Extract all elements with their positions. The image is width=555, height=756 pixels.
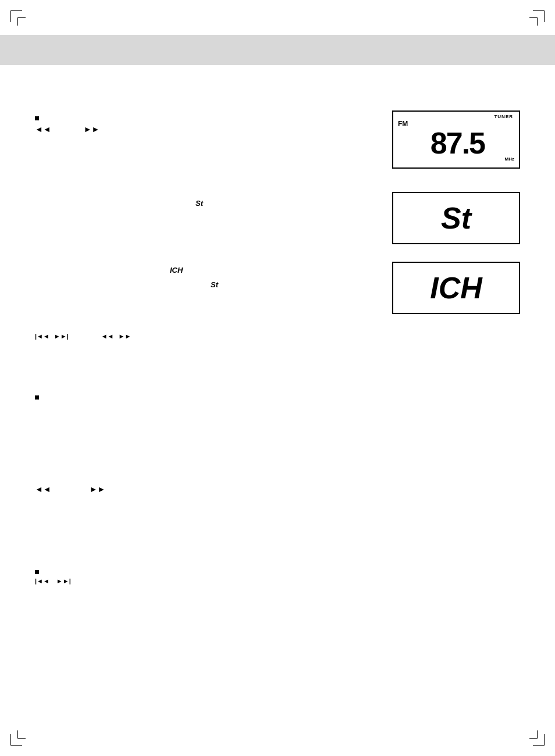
block1-row2: ◄◄ ►► — [35, 123, 256, 135]
inner-corner-tl — [17, 17, 26, 26]
fm-label: FM — [398, 120, 408, 128]
tuner-display-box: TUNER FM 87.5 MHz — [392, 110, 520, 169]
bullet-2 — [35, 395, 39, 400]
inner-corner-bl — [17, 730, 26, 739]
skip-prev-icon-2: |◄◄ — [35, 576, 49, 587]
rewind-icon: ◄◄ — [35, 123, 51, 135]
main-content: TUNER FM 87.5 MHz St ICH ◄◄ ►► St — [35, 76, 520, 709]
block6-row1: ◄◄ ►► — [35, 483, 372, 495]
rew-icon: ◄◄ — [101, 331, 114, 342]
header-band — [0, 35, 555, 65]
skip-next-icon-2: ►►| — [56, 576, 71, 587]
st-label-text: St — [195, 198, 203, 210]
bullet-3 — [35, 570, 39, 574]
channel-display-box: ICH — [392, 262, 520, 314]
channel-indicator: ICH — [430, 270, 482, 305]
text-block-6: ◄◄ ►► — [35, 483, 372, 498]
skip-next-icon: ►►| — [54, 331, 69, 342]
lcd-display-1: TUNER FM 87.5 MHz — [393, 112, 519, 167]
block7-row1 — [35, 570, 372, 574]
block7-row2: |◄◄ ►►| — [35, 576, 372, 587]
st-label-2: St — [211, 279, 218, 291]
inner-corner-tr — [529, 17, 538, 26]
block3-row2: St — [35, 279, 256, 291]
ff-manual-icon: ►► — [90, 483, 106, 495]
tuner-label: TUNER — [494, 114, 513, 119]
ich-label-text: ICH — [170, 265, 183, 277]
skip-prev-icon: |◄◄ — [35, 331, 49, 342]
text-block-2: St — [35, 198, 256, 210]
block2-row: St — [35, 198, 256, 210]
fastforward-icon: ►► — [84, 123, 100, 135]
block4-row1: |◄◄ ►►| ◄◄ ►► — [35, 331, 384, 342]
text-block-7: |◄◄ ►►| — [35, 570, 372, 589]
rew-manual-icon: ◄◄ — [35, 483, 51, 495]
stereo-display-box: St — [392, 192, 520, 244]
mhz-label: MHz — [505, 156, 514, 162]
ff-icon: ►► — [119, 331, 131, 342]
frequency-display: 87.5 — [410, 128, 504, 158]
block1-row1 — [35, 116, 256, 120]
inner-corner-br — [529, 730, 538, 739]
text-block-3: ICH St — [35, 265, 256, 291]
stereo-indicator: St — [441, 201, 471, 236]
block5-row1 — [35, 395, 372, 400]
block3-row1: ICH — [35, 265, 256, 277]
text-block-5 — [35, 395, 372, 402]
bullet-1 — [35, 116, 39, 120]
text-block-1: ◄◄ ►► — [35, 116, 256, 138]
text-block-4: |◄◄ ►►| ◄◄ ►► — [35, 331, 384, 344]
